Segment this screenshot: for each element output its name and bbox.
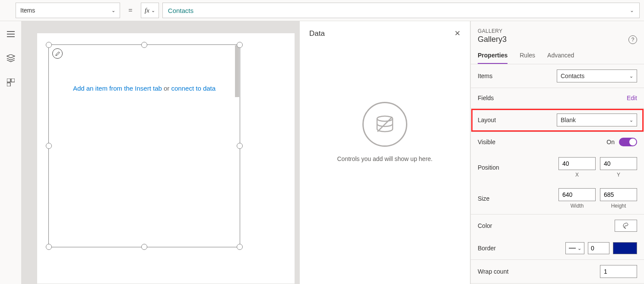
equals-label: = bbox=[124, 6, 137, 14]
fx-icon: fx bbox=[145, 7, 149, 14]
control-name: Gallery3 bbox=[478, 35, 507, 44]
prop-label: Wrap count bbox=[478, 268, 508, 275]
prop-label: Fields bbox=[478, 95, 494, 101]
data-panel-title: Data bbox=[309, 29, 325, 38]
chevron-down-icon: ⌄ bbox=[629, 73, 633, 79]
prop-label: Items bbox=[478, 73, 492, 79]
svg-rect-0 bbox=[7, 79, 10, 82]
toggle-state: On bbox=[606, 139, 615, 145]
chevron-down-icon: ⌄ bbox=[111, 8, 115, 13]
resize-handle[interactable] bbox=[141, 42, 147, 48]
wrap-count-input[interactable] bbox=[600, 265, 637, 278]
color-picker[interactable] bbox=[615, 220, 637, 232]
resize-handle[interactable] bbox=[237, 42, 243, 48]
components-icon[interactable] bbox=[6, 78, 15, 87]
database-icon bbox=[362, 102, 407, 147]
svg-rect-2 bbox=[7, 83, 10, 86]
prop-size: Size Width Height bbox=[471, 183, 644, 214]
position-x-input[interactable] bbox=[558, 157, 596, 170]
property-dropdown[interactable]: Items ⌄ bbox=[16, 3, 120, 18]
chevron-down-icon: ⌄ bbox=[151, 8, 155, 13]
tab-advanced[interactable]: Advanced bbox=[547, 49, 574, 64]
left-rail bbox=[0, 21, 22, 284]
tab-rules[interactable]: Rules bbox=[520, 49, 535, 64]
border-style-dropdown[interactable]: ⌄ bbox=[565, 242, 584, 254]
resize-handle[interactable] bbox=[141, 244, 147, 250]
border-width-input[interactable] bbox=[588, 242, 609, 254]
prop-label: Size bbox=[478, 195, 489, 202]
svg-rect-1 bbox=[11, 79, 15, 82]
tab-properties[interactable]: Properties bbox=[478, 49, 508, 64]
prop-label: Color bbox=[478, 222, 492, 229]
formula-bar: Items ⌄ = fx ⌄ Contacts ⌄ bbox=[0, 0, 644, 21]
chevron-down-icon: ⌄ bbox=[630, 7, 634, 14]
prop-label: Visible bbox=[478, 139, 495, 145]
resize-handle[interactable] bbox=[46, 42, 52, 48]
panel-caption: GALLERY bbox=[471, 21, 644, 35]
prop-label: Position bbox=[478, 164, 499, 171]
fx-button[interactable]: fx ⌄ bbox=[141, 3, 159, 18]
resize-handle[interactable] bbox=[46, 143, 52, 149]
edit-icon[interactable] bbox=[52, 48, 63, 59]
properties-panel: GALLERY Gallery3 ? Properties Rules Adva… bbox=[470, 21, 644, 284]
prop-visible: Visible On bbox=[471, 132, 644, 152]
svg-line-5 bbox=[378, 117, 392, 132]
size-height-input[interactable] bbox=[600, 188, 637, 201]
gallery-selection[interactable]: Add an item from the Insert tab or conne… bbox=[48, 44, 240, 247]
help-icon[interactable]: ? bbox=[628, 35, 637, 44]
prop-fields: Fields Edit bbox=[471, 88, 644, 108]
border-color-swatch[interactable] bbox=[613, 242, 637, 254]
screen-frame: Add an item from the Insert tab or conne… bbox=[37, 33, 295, 284]
properties-tabs: Properties Rules Advanced bbox=[471, 49, 644, 64]
formula-input[interactable]: Contacts ⌄ bbox=[162, 3, 640, 18]
prop-wrap-count: Wrap count bbox=[471, 260, 644, 283]
prop-label: Layout bbox=[478, 117, 496, 123]
resize-handle[interactable] bbox=[46, 244, 52, 250]
property-dropdown-label: Items bbox=[20, 7, 35, 14]
hint-or: or bbox=[162, 85, 171, 92]
visible-toggle[interactable] bbox=[619, 138, 637, 146]
size-width-input[interactable] bbox=[558, 188, 596, 201]
gallery-hint: Add an item from the Insert tab or conne… bbox=[49, 85, 240, 92]
chevron-down-icon: ⌄ bbox=[577, 246, 581, 251]
layers-icon[interactable] bbox=[6, 54, 15, 63]
data-panel: Data ✕ Controls you add will show up her… bbox=[299, 21, 470, 284]
prop-items: Items Contacts ⌄ bbox=[471, 64, 644, 88]
hint-add-link[interactable]: Add an item from the Insert tab bbox=[73, 85, 162, 92]
position-y-input[interactable] bbox=[600, 157, 637, 170]
close-icon[interactable]: ✕ bbox=[454, 29, 460, 38]
prop-border: Border ⌄ bbox=[471, 237, 644, 259]
prop-label: Border bbox=[478, 245, 496, 252]
hint-connect-link[interactable]: connect to data bbox=[171, 85, 216, 92]
hamburger-icon[interactable] bbox=[6, 30, 15, 38]
data-panel-empty-text: Controls you add will show up here. bbox=[337, 155, 432, 162]
items-dropdown[interactable]: Contacts ⌄ bbox=[557, 69, 637, 82]
prop-position: Position X Y bbox=[471, 152, 644, 183]
chevron-down-icon: ⌄ bbox=[629, 117, 633, 123]
prop-layout: Layout Blank ⌄ bbox=[471, 108, 644, 132]
resize-handle[interactable] bbox=[237, 143, 243, 149]
fields-edit-link[interactable]: Edit bbox=[627, 95, 637, 101]
layout-dropdown[interactable]: Blank ⌄ bbox=[557, 114, 637, 126]
prop-color: Color bbox=[471, 215, 644, 237]
formula-text: Contacts bbox=[168, 7, 194, 14]
resize-handle[interactable] bbox=[237, 244, 243, 250]
